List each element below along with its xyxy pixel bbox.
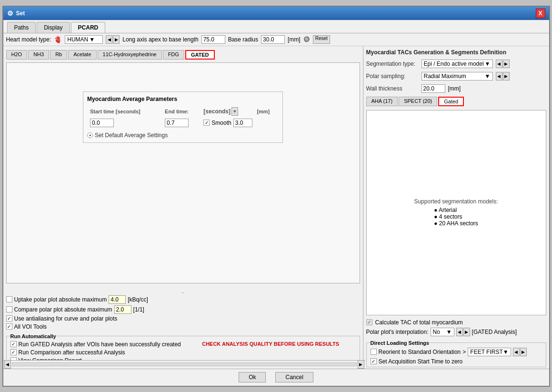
allvoi-row: All VOI Tools xyxy=(6,323,360,330)
end-time-input[interactable] xyxy=(165,119,189,127)
run-comparison-checkbox[interactable] xyxy=(10,349,17,355)
tab-gated[interactable]: GATED xyxy=(185,50,215,60)
calculate-label: Calculate TAC of total myocardium xyxy=(375,319,463,326)
smooth-checkbox[interactable] xyxy=(203,120,210,126)
seconds-header: [seconds] ▼ xyxy=(201,106,254,117)
top-bar: Heart model type: 🫀 HUMAN ▼ ◀ ▶ Long axi… xyxy=(3,33,549,46)
wall-thickness-input[interactable] xyxy=(422,84,445,93)
feet-first-next[interactable]: ▶ xyxy=(520,348,527,356)
reset-radio: 🔘 xyxy=(303,36,310,42)
reorient-checkbox[interactable] xyxy=(371,349,377,355)
default-settings-row[interactable]: Set Default Average Settings xyxy=(87,132,279,139)
segmentation-row: Segmentation type: Epi / Endo active mod… xyxy=(366,60,546,68)
tab-pcard[interactable]: PCARD xyxy=(71,22,106,33)
seg-tab-gated[interactable]: Gated xyxy=(438,97,464,106)
heart-model-next[interactable]: ▶ xyxy=(113,35,120,44)
polar-prev[interactable]: ◀ xyxy=(496,72,502,80)
polar-next[interactable]: ▶ xyxy=(503,72,510,80)
polar-interp-suffix: [GATED Analysis] xyxy=(472,329,517,335)
tab-bar: Paths Display PCARD xyxy=(3,20,549,33)
start-time-header: Start time [seconds] xyxy=(88,106,162,117)
close-button[interactable]: X xyxy=(536,9,545,18)
antialiasing-checkbox[interactable] xyxy=(6,315,12,322)
tab-nh3[interactable]: NH3 xyxy=(28,50,49,60)
run-gated-checkbox[interactable] xyxy=(10,341,17,347)
uptake-input[interactable] xyxy=(109,295,126,304)
polar-interp-dropdown[interactable]: No ▼ xyxy=(431,328,454,336)
base-radius-input[interactable] xyxy=(261,35,285,44)
heart-model-prev[interactable]: ◀ xyxy=(106,35,112,44)
default-settings-radio[interactable] xyxy=(87,132,93,138)
default-settings-label: Set Default Average Settings xyxy=(95,132,168,139)
segmentation-arrow-icon: ▼ xyxy=(485,60,491,67)
compare-row: Compare polar plot absolute maximum [1/1… xyxy=(6,305,360,314)
reorient-arrow: > xyxy=(462,349,466,355)
scroll-track[interactable] xyxy=(12,362,357,366)
segmentation-value: Epi / Endo active model xyxy=(424,60,484,67)
params-table: Start time [seconds] End time: [seconds]… xyxy=(87,105,279,129)
polar-interp-next[interactable]: ▶ xyxy=(463,328,470,336)
heart-model-combo[interactable]: HUMAN ▼ xyxy=(65,35,103,44)
myocardium-params-title: Myocardium Average Parameters xyxy=(87,96,279,102)
compare-input[interactable] xyxy=(114,305,131,314)
segmentation-dropdown[interactable]: Epi / Endo active model ▼ xyxy=(422,60,493,68)
seg-tab-spect[interactable]: SPECT (20) xyxy=(399,97,437,106)
segmentation-next[interactable]: ▶ xyxy=(503,60,510,68)
tab-11c[interactable]: 11C-Hydroxyephedrine xyxy=(98,50,162,60)
polar-value: Radial Maximum xyxy=(424,73,466,80)
feet-first-value: FEET FIRST xyxy=(470,349,502,355)
feet-first-dropdown[interactable]: FEET FIRST ▼ xyxy=(468,348,511,356)
model-20aha: 20 AHA sectors xyxy=(434,220,478,227)
scroll-left[interactable]: ◀ xyxy=(4,360,11,369)
uptake-checkbox[interactable] xyxy=(6,296,12,302)
smooth-input[interactable] xyxy=(233,119,252,127)
polar-sampling-row: Polar sampling: Radial Maximum ▼ ◀ ▶ xyxy=(366,72,546,80)
end-time-header: End time: xyxy=(163,106,201,117)
compare-checkbox[interactable] xyxy=(6,306,12,312)
end-time-dropdown[interactable]: ▼ xyxy=(231,107,238,116)
main-window: ⚙ Set X Paths Display PCARD Heart model … xyxy=(2,6,550,387)
polar-interp-prev[interactable]: ◀ xyxy=(456,328,463,336)
tab-fdg[interactable]: FDG xyxy=(163,50,184,60)
acquisition-row: Set Acquisition Start Time to zero xyxy=(371,358,542,365)
polar-interp-arrow-icon: ▼ xyxy=(446,329,452,335)
scroll-right[interactable]: ▶ xyxy=(358,360,364,369)
smooth-label: Smooth xyxy=(211,120,231,126)
wall-thickness-unit: [mm] xyxy=(448,85,461,92)
left-content-area: Myocardium Average Parameters Start time… xyxy=(6,62,360,283)
tab-acetate[interactable]: Acetate xyxy=(68,50,96,60)
polar-interp-label: Polar plot's interpolation: xyxy=(366,329,429,335)
tab-h2o[interactable]: H2O xyxy=(6,50,28,60)
reset-button[interactable]: Reset xyxy=(313,35,330,44)
polar-interp-nav: ◀ ▶ xyxy=(456,328,470,336)
start-time-input[interactable] xyxy=(90,119,114,127)
polar-interp-row: Polar plot's interpolation: No ▼ ◀ ▶ [GA… xyxy=(366,328,546,336)
allvoi-checkbox[interactable] xyxy=(6,323,12,330)
feet-first-prev[interactable]: ◀ xyxy=(513,348,520,356)
seg-tab-aha[interactable]: AHA (17) xyxy=(366,97,398,106)
polar-nav: ◀ ▶ xyxy=(496,72,510,80)
long-axis-input[interactable] xyxy=(201,35,225,44)
segmentation-prev[interactable]: ◀ xyxy=(496,60,502,68)
window-title: Set xyxy=(16,10,25,17)
acquisition-checkbox[interactable] xyxy=(371,358,377,364)
tab-display[interactable]: Display xyxy=(37,22,70,33)
polar-dropdown[interactable]: Radial Maximum ▼ xyxy=(422,72,493,80)
ok-button[interactable]: Ok xyxy=(239,372,266,382)
cancel-button[interactable]: Cancel xyxy=(275,372,313,382)
tab-rb[interactable]: Rb xyxy=(50,50,67,60)
compare-label: Compare polar plot absolute maximum xyxy=(14,306,112,313)
acquisition-label: Set Acquisition Start Time to zero xyxy=(379,358,463,365)
polar-label: Polar sampling: xyxy=(366,73,419,80)
wall-thickness-row: Wall thickness [mm] xyxy=(366,84,546,93)
direct-loading-title: Direct Loading Settings xyxy=(371,340,429,346)
calculate-checkbox xyxy=(366,319,372,325)
titlebar: ⚙ Set X xyxy=(3,7,549,20)
uptake-unit: [kBq/cc] xyxy=(128,296,148,303)
run-comparison-row: Run Comparison after successful Analysis xyxy=(10,349,181,356)
tab-paths[interactable]: Paths xyxy=(7,22,36,33)
dropdown-arrow-icon: ▼ xyxy=(89,36,95,43)
heart-model-icon: 🫀 xyxy=(54,36,62,43)
warning-text: CHECK ANALYSIS QUALITY BEFORE USING RESU… xyxy=(202,341,339,347)
antialiasing-row: Use antialiasing for curve and polar plo… xyxy=(6,315,360,322)
